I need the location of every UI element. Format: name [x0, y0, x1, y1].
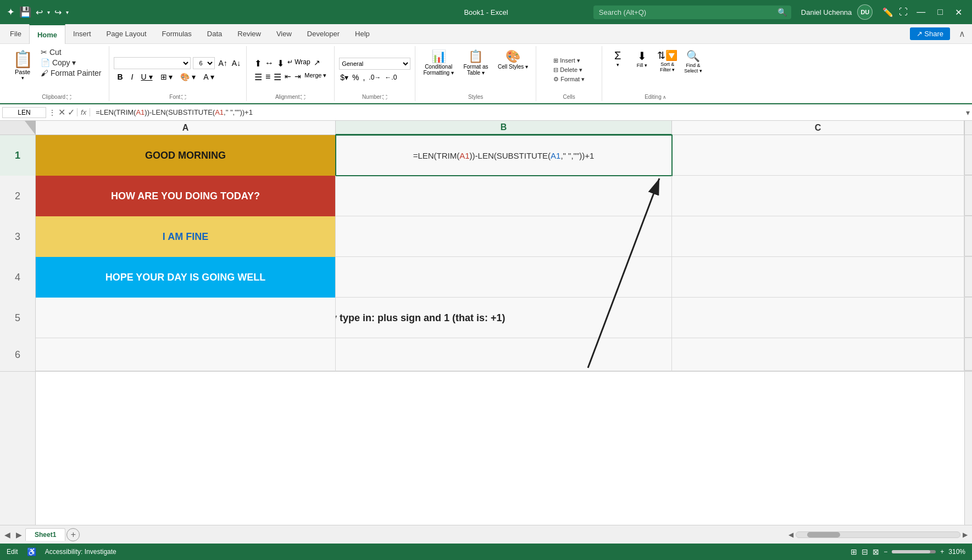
fill-color-button[interactable]: 🎨 ▾ [177, 71, 198, 82]
sum-button[interactable]: Σ ▾ [607, 47, 629, 70]
paste-dropdown-icon[interactable]: ▾ [21, 75, 24, 81]
format-painter-button[interactable]: 🖌 Format Painter [37, 68, 104, 78]
formula-expand-icon[interactable]: ▾ [966, 108, 970, 117]
conditional-formatting-button[interactable]: 📊 ConditionalFormatting ▾ [421, 47, 456, 78]
font-expand-icon[interactable]: ⛶ [181, 94, 186, 100]
zoom-out-icon[interactable]: − [884, 548, 887, 556]
undo-icon[interactable]: ↩ [36, 7, 43, 18]
alignment-expand-icon[interactable]: ⛶ [301, 94, 306, 100]
paste-button[interactable]: 📋 Paste ▾ [9, 47, 36, 83]
decrease-indent-icon[interactable]: ⇤ [284, 71, 292, 83]
cell-c4[interactable] [672, 257, 964, 298]
tab-page-layout[interactable]: Page Layout [99, 24, 154, 44]
horizontal-scrollbar[interactable] [796, 531, 960, 538]
sort-filter-button[interactable]: ⇅🔽 Sort &Filter ▾ [655, 47, 680, 75]
quick-access-more-icon[interactable]: ▾ [66, 9, 69, 15]
cell-b1[interactable]: =LEN(TRIM(A1))-LEN(SUBSTITUTE(A1," ","")… [336, 135, 672, 176]
tab-developer[interactable]: Developer [299, 24, 347, 44]
align-left-icon[interactable]: ☰ [253, 71, 263, 83]
fill-button[interactable]: ⬇ Fill ▾ [631, 47, 653, 70]
sheet-tab-sheet1[interactable]: Sheet1 [25, 528, 65, 541]
search-input[interactable] [593, 5, 791, 19]
zoom-slider[interactable] [892, 550, 936, 553]
ribbon-collapse-icon[interactable]: ∧ [954, 29, 970, 39]
align-top-icon[interactable]: ⬆ [253, 57, 263, 70]
number-format-select[interactable]: General [339, 58, 410, 70]
cell-c5[interactable] [672, 298, 964, 338]
delete-cells-button[interactable]: ⊟ Delete ▾ [550, 66, 586, 74]
editing-collapse-icon[interactable]: ∧ [663, 94, 666, 100]
undo-dropdown-icon[interactable]: ▾ [47, 9, 50, 15]
tab-insert[interactable]: Insert [65, 24, 99, 44]
redo-icon[interactable]: ↪ [54, 7, 62, 18]
cell-c3[interactable] [672, 216, 964, 257]
formula-more-icon[interactable]: ⋮ [48, 108, 56, 117]
cell-c1[interactable] [672, 135, 964, 176]
percent-button[interactable]: % [351, 72, 360, 83]
cancel-formula-icon[interactable]: ✕ [58, 107, 65, 117]
tab-view[interactable]: View [269, 24, 299, 44]
tab-help[interactable]: Help [347, 24, 377, 44]
tab-review[interactable]: Review [230, 24, 269, 44]
currency-button[interactable]: $▾ [339, 72, 349, 83]
col-header-c[interactable]: C [672, 121, 964, 135]
maximize-btn[interactable]: □ [934, 7, 946, 17]
format-as-table-button[interactable]: 📋 Format asTable ▾ [459, 47, 492, 78]
edit-icon[interactable]: ✏️ [882, 7, 893, 18]
align-bottom-icon[interactable]: ⬇ [276, 57, 285, 70]
tab-data[interactable]: Data [199, 24, 230, 44]
cell-b3[interactable] [336, 216, 672, 257]
cell-a5[interactable] [36, 298, 336, 338]
minimize-btn[interactable]: — [913, 7, 929, 17]
formula-input[interactable]: =LEN(TRIM(A1))-LEN(SUBSTITUTE(A1," ","")… [92, 108, 964, 116]
view-page-break-icon[interactable]: ⊠ [873, 547, 879, 556]
cell-a3[interactable]: I AM FINE [36, 216, 336, 257]
increase-decimal-button[interactable]: .0→ [368, 72, 382, 82]
accessibility-label[interactable]: Accessibility: Investigate [45, 548, 116, 556]
add-sheet-button[interactable]: + [66, 528, 80, 541]
decrease-font-icon[interactable]: A↓ [231, 58, 242, 69]
bold-button[interactable]: B [114, 71, 126, 83]
view-layout-icon[interactable]: ⊟ [862, 547, 868, 556]
zoom-in-icon[interactable]: + [940, 548, 944, 556]
align-middle-icon[interactable]: ↔ [264, 57, 275, 70]
fullscreen-icon[interactable]: ⛶ [899, 7, 908, 17]
confirm-formula-icon[interactable]: ✓ [68, 107, 75, 117]
wrap-text-icon[interactable]: ↵ Wrap [286, 57, 312, 70]
cut-button[interactable]: ✂ Cut [37, 47, 104, 57]
col-header-a[interactable]: A [36, 121, 336, 135]
font-size-select[interactable]: 6 [193, 57, 215, 69]
font-family-select[interactable] [114, 57, 191, 69]
align-center-icon[interactable]: ≡ [264, 71, 271, 83]
border-button[interactable]: ⊞ ▾ [158, 71, 176, 82]
copy-button[interactable]: 📄 Copy ▾ [37, 58, 104, 68]
comma-button[interactable]: , [362, 72, 366, 83]
share-button[interactable]: ↗ Share [910, 27, 950, 40]
tab-formulas[interactable]: Formulas [154, 24, 199, 44]
cell-b4[interactable] [336, 257, 672, 298]
cell-b6[interactable] [336, 338, 672, 371]
col-header-b[interactable]: B [336, 121, 672, 135]
prev-sheet-icon[interactable]: ◀ [2, 530, 13, 539]
cell-a6[interactable] [36, 338, 336, 371]
tab-home[interactable]: Home [29, 24, 65, 44]
cell-b5[interactable]: Lastly type in: plus sign and 1 (that is… [336, 298, 672, 338]
underline-button[interactable]: U ▾ [138, 71, 155, 82]
clipboard-expand-icon[interactable]: ⛶ [66, 94, 71, 100]
number-expand-icon[interactable]: ⛶ [382, 94, 387, 100]
merge-center-button[interactable]: Merge ▾ [303, 71, 327, 83]
cell-c6[interactable] [672, 338, 964, 371]
increase-font-icon[interactable]: A↑ [217, 58, 228, 69]
save-icon[interactable]: 💾 [19, 6, 31, 18]
cell-b2[interactable] [336, 176, 672, 216]
find-select-button[interactable]: 🔍 Find &Select ▾ [682, 47, 704, 76]
increase-indent-icon[interactable]: ⇥ [293, 71, 302, 83]
cell-a2[interactable]: HOW ARE YOU DOING TODAY? [36, 176, 336, 216]
align-right-icon[interactable]: ☰ [273, 71, 282, 83]
next-sheet-icon[interactable]: ▶ [14, 530, 24, 539]
decrease-decimal-button[interactable]: ←.0 [384, 72, 398, 82]
text-angle-icon[interactable]: ↗ [313, 57, 321, 70]
cell-a1[interactable]: GOOD MORNING [36, 135, 336, 176]
scroll-left-icon[interactable]: ◀ [788, 531, 793, 539]
scroll-right-icon[interactable]: ▶ [963, 531, 968, 539]
